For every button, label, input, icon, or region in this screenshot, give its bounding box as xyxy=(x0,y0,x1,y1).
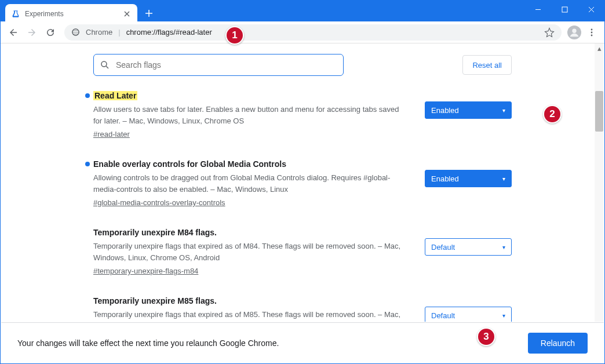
browser-toolbar: Chrome | chrome://flags/#read-later xyxy=(1,21,604,43)
flask-icon xyxy=(11,9,20,19)
forward-button[interactable] xyxy=(24,24,40,41)
tab-title: Experiments xyxy=(25,10,118,18)
address-bar[interactable]: Chrome | chrome://flags/#read-later xyxy=(64,24,562,41)
flag-description: Temporarily unexpire flags that expired … xyxy=(93,309,407,321)
modified-bullet-icon xyxy=(85,93,90,98)
flag-anchor-link[interactable]: #read-later xyxy=(93,130,130,139)
flag-anchor-link[interactable]: #temporary-unexpire-flags-m84 xyxy=(93,267,198,275)
flag-title: Temporarily unexpire M84 flags. xyxy=(93,228,217,237)
relaunch-button[interactable]: Relaunch xyxy=(528,333,588,354)
flag-anchor-link[interactable]: #global-media-controls-overlay-controls xyxy=(93,198,225,207)
close-icon[interactable] xyxy=(122,9,132,19)
site-info-icon[interactable] xyxy=(71,28,80,37)
reload-button[interactable] xyxy=(42,24,59,41)
annotation-badge-1: 1 xyxy=(225,26,244,45)
flag-select-value: Default xyxy=(431,243,455,252)
search-icon xyxy=(100,60,110,70)
flag-select[interactable]: Default▾ xyxy=(425,238,512,256)
minimize-button[interactable] xyxy=(524,1,551,18)
chevron-down-icon: ▾ xyxy=(502,244,505,250)
window-controls xyxy=(524,1,604,18)
annotation-badge-3: 3 xyxy=(477,327,495,346)
flag-select[interactable]: Enabled▾ xyxy=(425,170,512,187)
bookmark-star-icon[interactable] xyxy=(544,27,555,38)
svg-point-4 xyxy=(572,28,576,32)
window-close-button[interactable] xyxy=(578,1,604,18)
url-separator: | xyxy=(118,28,120,37)
svg-rect-0 xyxy=(562,7,567,12)
flag-select-value: Enabled xyxy=(431,174,459,183)
relaunch-bar: Your changes will take effect the next t… xyxy=(1,322,604,363)
url-scheme-label: Chrome xyxy=(86,28,112,37)
flag-title: Read Later xyxy=(93,91,137,100)
search-flags-box[interactable] xyxy=(93,54,344,76)
maximize-button[interactable] xyxy=(551,1,578,18)
flag-select[interactable]: Default▾ xyxy=(425,307,512,322)
flag-row: Enable overlay controls for Global Media… xyxy=(93,159,512,207)
flag-row: Temporarily unexpire M84 flags.Temporari… xyxy=(93,228,512,275)
browser-tab[interactable]: Experiments xyxy=(5,4,137,24)
svg-point-6 xyxy=(591,31,593,33)
flag-row: Read LaterAllow users to save tabs for l… xyxy=(93,91,512,139)
flag-description: Allowing controls to be dragged out from… xyxy=(93,172,407,195)
flag-description: Temporarily unexpire flags that expired … xyxy=(93,241,407,263)
svg-point-8 xyxy=(101,61,107,67)
window-titlebar: Experiments xyxy=(1,1,604,21)
search-input[interactable] xyxy=(115,60,337,70)
svg-point-7 xyxy=(591,34,593,36)
flag-description: Allow users to save tabs for later. Enab… xyxy=(93,104,407,126)
flag-select-value: Enabled xyxy=(431,106,459,115)
flag-title: Enable overlay controls for Global Media… xyxy=(93,159,286,169)
annotation-badge-2: 2 xyxy=(543,105,562,123)
modified-bullet-icon xyxy=(85,162,90,166)
url-text: chrome://flags/#read-later xyxy=(126,28,212,37)
chevron-down-icon: ▾ xyxy=(502,176,505,182)
profile-avatar[interactable] xyxy=(567,26,581,39)
page-content: ▴ Reset all Read LaterAllow users to sav… xyxy=(1,43,604,322)
relaunch-message: Your changes will take effect the next t… xyxy=(17,338,279,348)
flag-row: Temporarily unexpire M85 flags.Temporari… xyxy=(93,296,512,322)
kebab-menu-icon[interactable] xyxy=(584,24,600,41)
chevron-down-icon: ▾ xyxy=(502,312,505,319)
flag-title: Temporarily unexpire M85 flags. xyxy=(93,296,217,305)
flag-select-value: Default xyxy=(431,311,455,320)
svg-point-5 xyxy=(591,28,593,30)
flag-select[interactable]: Enabled▾ xyxy=(425,101,512,119)
reset-all-button[interactable]: Reset all xyxy=(462,55,512,75)
new-tab-button[interactable] xyxy=(141,5,157,21)
back-button[interactable] xyxy=(5,24,21,41)
chevron-down-icon: ▾ xyxy=(502,107,505,114)
